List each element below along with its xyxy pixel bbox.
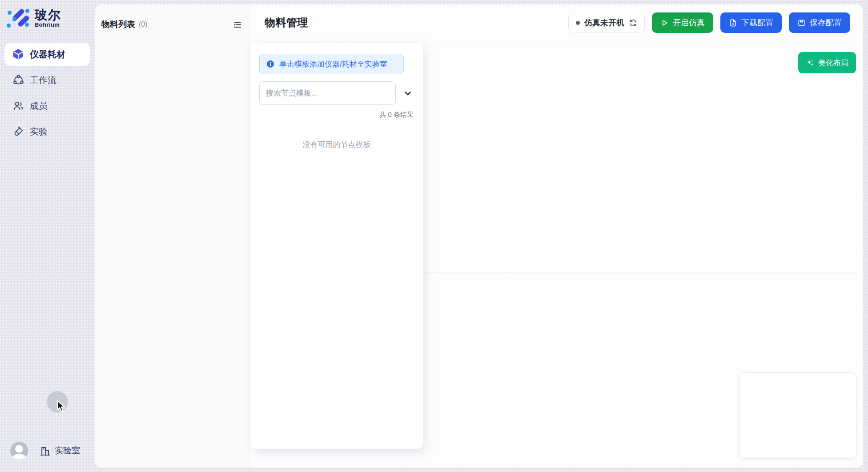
- sidebar-item-label: 仪器耗材: [30, 48, 65, 60]
- header-actions: 仿真未开机: [568, 12, 850, 33]
- material-list-title: 物料列表: [101, 19, 135, 30]
- sidebar-item-label: 工作流: [30, 74, 56, 86]
- material-list-panel: 物料列表 (0): [95, 4, 249, 468]
- node-template-panel: 单击模板添加仪器/耗材至实验室 共 0 条结果 没有可用的节点模板: [250, 43, 423, 449]
- sidebar-item-workflow[interactable]: 工作流: [4, 68, 90, 92]
- info-banner: 单击模板添加仪器/耗材至实验室: [259, 54, 404, 74]
- members-icon: [12, 100, 24, 112]
- lab-link-label: 实验室: [55, 445, 80, 456]
- beautify-layout-button[interactable]: 美化布局: [798, 52, 856, 73]
- canvas-helper-line-v: [673, 190, 673, 319]
- main-region: 物料管理 仿真未开机: [249, 4, 863, 468]
- status-dot-icon: [576, 21, 580, 25]
- sidebar: 玻尔 Bohrium 仪器耗材: [0, 0, 95, 472]
- sparkles-icon: [806, 59, 814, 67]
- mouse-cursor: [56, 400, 68, 413]
- bohrium-logo-icon: [6, 8, 29, 28]
- save-config-label: 保存配置: [810, 17, 842, 28]
- save-icon: [797, 19, 806, 27]
- cube-icon: [12, 48, 24, 60]
- simulation-status-pill[interactable]: 仿真未开机: [568, 13, 645, 32]
- sidebar-item-label: 成员: [30, 100, 48, 112]
- experiment-icon: [12, 126, 24, 137]
- info-icon: [266, 60, 274, 68]
- template-search-input[interactable]: [259, 81, 396, 105]
- download-config-label: 下载配置: [741, 17, 773, 28]
- play-icon: [660, 19, 669, 27]
- canvas-helper-line-h: [423, 272, 862, 272]
- minimap[interactable]: [739, 372, 856, 459]
- sidebar-nav: 仪器耗材 工作流 成员: [0, 43, 95, 143]
- chevron-down-icon[interactable]: [402, 88, 413, 99]
- save-config-button[interactable]: 保存配置: [789, 12, 850, 33]
- download-config-button[interactable]: 下载配置: [720, 12, 782, 33]
- brand-name: 玻尔: [35, 8, 61, 21]
- user-avatar[interactable]: [10, 442, 28, 460]
- brand-logo: 玻尔 Bohrium: [0, 0, 95, 28]
- material-list-header: 物料列表 (0): [95, 4, 249, 30]
- refresh-icon[interactable]: [629, 19, 637, 27]
- page-header: 物料管理 仿真未开机: [249, 4, 863, 41]
- brand-subtitle: Bohrium: [35, 21, 61, 28]
- start-simulation-label: 开启仿真: [673, 17, 705, 28]
- file-download-icon: [729, 19, 737, 27]
- info-banner-text: 单击模板添加仪器/耗材至实验室: [279, 59, 387, 69]
- lab-link[interactable]: 实验室: [40, 445, 80, 456]
- empty-template-message: 没有可用的节点模板: [250, 140, 423, 150]
- building-icon: [40, 445, 51, 456]
- search-result-count: 共 0 条结果: [250, 111, 423, 119]
- material-list-count: (0): [139, 20, 148, 28]
- beautify-layout-label: 美化布局: [818, 58, 848, 68]
- sidebar-item-instruments[interactable]: 仪器耗材: [4, 43, 90, 66]
- template-search-row: [259, 81, 414, 105]
- sidebar-item-members[interactable]: 成员: [4, 94, 90, 117]
- collapse-panel-icon[interactable]: [232, 20, 242, 29]
- sidebar-item-experiment[interactable]: 实验: [4, 120, 90, 143]
- workflow-icon: [12, 74, 24, 86]
- sidebar-item-label: 实验: [30, 126, 48, 138]
- sidebar-footer: 实验室: [10, 442, 80, 460]
- content-wrapper: 物料列表 (0) 物料管理 仿真未开机: [95, 4, 863, 468]
- brand-text: 玻尔 Bohrium: [35, 8, 61, 28]
- start-simulation-button[interactable]: 开启仿真: [652, 12, 713, 33]
- status-label: 仿真未开机: [584, 17, 624, 28]
- page-title: 物料管理: [265, 16, 308, 30]
- flow-canvas[interactable]: 单击模板添加仪器/耗材至实验室 共 0 条结果 没有可用的节点模板: [249, 41, 863, 468]
